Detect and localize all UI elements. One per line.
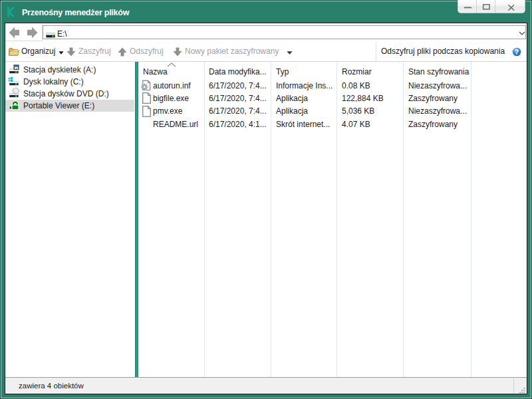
svg-text:?: ? (515, 48, 519, 56)
